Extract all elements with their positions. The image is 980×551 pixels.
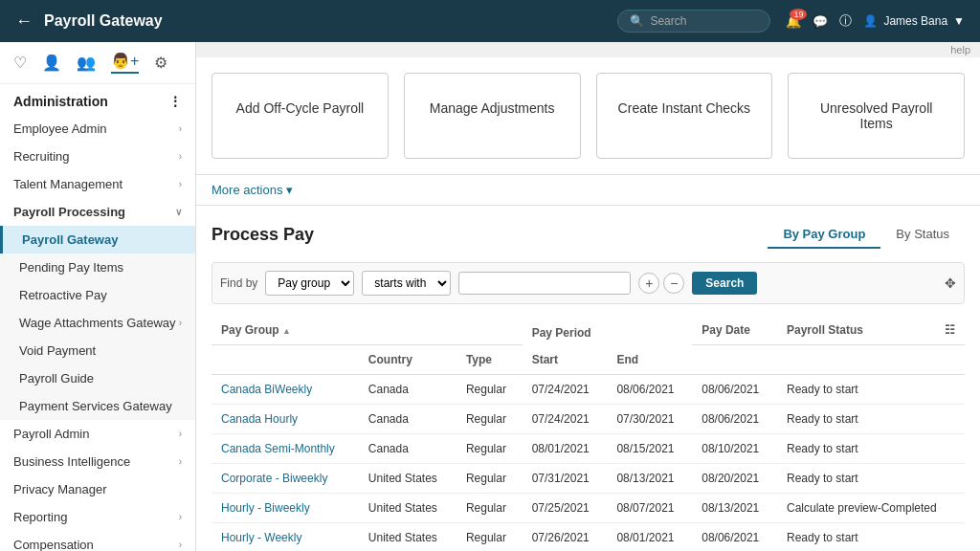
table-row: Hourly - Biweekly United States Regular …	[212, 494, 965, 523]
back-button[interactable]: ←	[15, 11, 33, 32]
sidebar-item-retroactive-pay[interactable]: Retroactive Pay	[0, 281, 195, 309]
pay-group-link[interactable]: Canada Semi-Monthly	[221, 442, 335, 455]
sidebar-item-business-intelligence[interactable]: Business Intelligence ›	[0, 448, 195, 475]
gear-icon[interactable]: ⚙	[154, 54, 167, 72]
cell-pay-date: 08/10/2021	[692, 434, 777, 464]
sidebar-item-privacy-manager[interactable]: Privacy Manager	[0, 475, 195, 503]
notification-bell[interactable]: 🔔 19	[786, 14, 801, 29]
cell-country: Canada	[359, 434, 457, 464]
filter-bar: Find by Pay group Employee Status starts…	[212, 262, 965, 304]
retroactive-pay-label: Retroactive Pay	[19, 288, 107, 302]
unresolved-payroll-label: Unresolved Payroll Items	[820, 100, 933, 131]
person-icon[interactable]: 👤	[42, 54, 61, 72]
cell-status: Calculate preview-Completed	[777, 494, 965, 523]
section-menu-icon[interactable]: ⋮	[168, 94, 182, 109]
sidebar-item-payroll-processing[interactable]: Payroll Processing ∨	[0, 198, 195, 226]
sidebar-item-payroll-guide[interactable]: Payroll Guide	[0, 364, 195, 392]
col-pay-date: Pay Date	[692, 316, 777, 345]
find-by-label: Find by	[220, 276, 257, 290]
pay-group-link[interactable]: Hourly - Biweekly	[221, 501, 310, 515]
top-header: ← Payroll Gateway 🔍 Search 🔔 19 💬 ⓘ 👤 Ja…	[0, 0, 980, 42]
pay-group-link[interactable]: Corporate - Biweekly	[221, 472, 327, 485]
sidebar-item-reporting[interactable]: Reporting ›	[0, 503, 195, 531]
pay-group-link[interactable]: Canada Hourly	[221, 412, 298, 426]
process-pay-header: Process Pay By Pay Group By Status	[212, 221, 965, 249]
sidebar-item-wage-attachments-gateway[interactable]: Wage Attachments Gateway ›	[0, 309, 195, 337]
manage-adjustments-card[interactable]: Manage Adjustments	[404, 73, 581, 159]
sort-icon[interactable]: ▲	[282, 326, 291, 336]
page-title: Payroll Gateway	[44, 12, 617, 30]
payroll-table: Pay Group ▲ Pay Period Pay Date Payroll …	[212, 316, 965, 551]
cell-type: Regular	[457, 405, 523, 434]
help-icon[interactable]: ⓘ	[839, 12, 852, 30]
tab-by-status[interactable]: By Status	[880, 221, 965, 249]
expand-button[interactable]: ✥	[945, 276, 956, 291]
reporting-label: Reporting	[13, 510, 67, 524]
cell-pay-date: 08/06/2021	[692, 523, 777, 552]
col-payroll-status-2	[777, 345, 965, 375]
col-country: Country	[359, 345, 457, 375]
more-actions-link[interactable]: More actions ▾	[212, 183, 293, 197]
cell-pay-date: 08/06/2021	[692, 405, 777, 434]
tab-by-pay-group[interactable]: By Pay Group	[768, 221, 880, 249]
heart-icon[interactable]: ♡	[13, 54, 27, 72]
cell-status: Ready to start	[777, 434, 965, 464]
user-info[interactable]: 👤 James Bana ▼	[863, 14, 965, 28]
sidebar-item-payment-services-gateway[interactable]: Payment Services Gateway	[0, 392, 195, 420]
cell-status: Ready to start	[777, 464, 965, 494]
col-type: Type	[457, 345, 523, 375]
header-icons: 🔔 19 💬 ⓘ 👤 James Bana ▼	[786, 12, 965, 30]
remove-filter-button[interactable]: −	[663, 273, 684, 294]
create-instant-checks-card[interactable]: Create Instant Checks	[596, 73, 773, 159]
chat-icon[interactable]: 💬	[813, 14, 828, 29]
main-content: help Add Off-Cycle Payroll Manage Adjust…	[196, 42, 980, 551]
process-pay-tabs: By Pay Group By Status	[768, 221, 965, 249]
sidebar-item-void-payment[interactable]: Void Payment	[0, 337, 195, 364]
search-button[interactable]: Search	[692, 272, 757, 295]
sidebar-item-recruiting[interactable]: Recruiting ›	[0, 143, 195, 170]
search-label: Search	[650, 14, 686, 28]
unresolved-payroll-items-card[interactable]: Unresolved Payroll Items	[788, 73, 965, 159]
sidebar-item-payroll-gateway[interactable]: Payroll Gateway	[0, 226, 195, 253]
condition-select[interactable]: starts with contains equals	[362, 271, 451, 296]
sidebar-item-employee-admin[interactable]: Employee Admin ›	[0, 115, 195, 143]
search-bar[interactable]: 🔍 Search	[617, 10, 770, 33]
sidebar-section-title: Administration ⋮	[0, 84, 195, 115]
chevron-down-icon: ›	[179, 123, 182, 134]
pay-group-link[interactable]: Canada BiWeekly	[221, 383, 312, 396]
add-filter-button[interactable]: +	[638, 273, 659, 294]
employee-admin-label: Employee Admin	[13, 121, 107, 136]
payroll-guide-label: Payroll Guide	[19, 371, 94, 386]
cell-type: Regular	[457, 375, 523, 405]
add-off-cycle-payroll-card[interactable]: Add Off-Cycle Payroll	[212, 73, 389, 159]
people-add-icon[interactable]: 👨​+	[111, 52, 139, 74]
pay-group-link[interactable]: Hourly - Weekly	[221, 531, 301, 544]
user-name: James Bana	[883, 14, 947, 28]
cell-status: Ready to start	[777, 405, 965, 434]
talent-management-label: Talent Management	[13, 177, 122, 191]
pay-period-header: Pay Period	[523, 316, 693, 345]
sidebar-icon-bar: ♡ 👤 👥 👨​+ ⚙	[0, 42, 195, 84]
filter-input[interactable]	[458, 272, 631, 295]
sidebar-item-pending-pay-items[interactable]: Pending Pay Items	[0, 253, 195, 281]
chevron-icon: ›	[179, 318, 182, 328]
process-pay-section: Process Pay By Pay Group By Status Find …	[196, 206, 980, 551]
column-settings-icon[interactable]: ☷	[945, 323, 955, 337]
sidebar-item-talent-management[interactable]: Talent Management ›	[0, 170, 195, 198]
sidebar: ♡ 👤 👥 👨​+ ⚙ Administration ⋮ Employee Ad…	[0, 42, 196, 551]
pay-period-header-spacer	[359, 316, 523, 345]
field-select[interactable]: Pay group Employee Status	[265, 271, 354, 296]
user-avatar-icon: 👤	[863, 14, 878, 28]
col-pay-group-label: Pay Group	[221, 323, 279, 337]
cell-start: 08/01/2021	[523, 434, 608, 464]
help-text: help	[950, 44, 970, 55]
table-row: Hourly - Weekly United States Regular 07…	[212, 523, 965, 552]
chevron-down-icon: ›	[179, 512, 182, 522]
sidebar-item-compensation[interactable]: Compensation ›	[0, 531, 195, 551]
sidebar-item-payroll-admin[interactable]: Payroll Admin ›	[0, 420, 195, 448]
table-row: Canada BiWeekly Canada Regular 07/24/202…	[212, 375, 965, 405]
cell-pay-group: Hourly - Weekly	[212, 523, 359, 552]
cell-start: 07/24/2021	[523, 375, 608, 405]
cell-country: United States	[359, 523, 457, 552]
group-icon[interactable]: 👥	[77, 54, 96, 72]
